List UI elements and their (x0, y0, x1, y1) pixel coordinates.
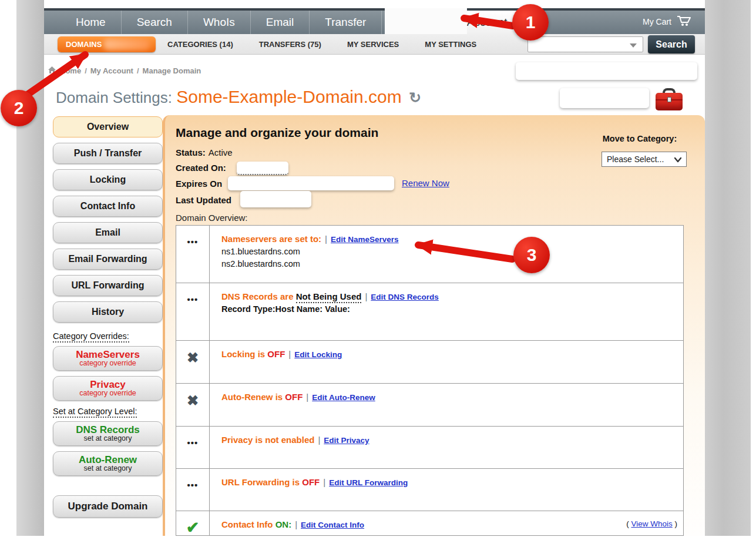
sidebar-item-locking[interactable]: Locking (53, 169, 163, 190)
chevron-down-icon (630, 43, 637, 48)
tab-email[interactable]: Email (250, 11, 310, 34)
status-value: Active (209, 147, 233, 157)
row-status-cell: ••• (176, 226, 210, 283)
breadcrumb-home[interactable]: Home (60, 66, 81, 75)
overview-label: Domain Overview: (176, 213, 248, 223)
move-to-category-select[interactable]: Please Select... (602, 152, 687, 167)
nameserver-value: ns1.bluestardns.com (221, 247, 676, 256)
edit-contact-info-link[interactable]: Edit Contact Info (301, 521, 364, 529)
sidebar-item-overview[interactable]: Overview (53, 116, 163, 137)
edit-auto-renew-link[interactable]: Edit Auto-Renew (312, 393, 375, 402)
sidebar-override-nameservers[interactable]: NameServerscategory override (53, 346, 163, 371)
row-status-cell: ✖ (176, 341, 210, 383)
sidebar: OverviewPush / TransferLockingContact In… (53, 116, 163, 523)
my-cart-button[interactable]: My Cart (643, 15, 692, 28)
sidebar-category-auto-renew[interactable]: Auto-Renewset at category (53, 451, 163, 476)
domains-label: DOMAINS (66, 40, 102, 49)
subnav-item-my-services[interactable]: MY SERVICES (347, 40, 399, 49)
separator: | (365, 291, 367, 301)
sidebar-item-email-forwarding[interactable]: Email Forwarding (53, 249, 163, 270)
dots-icon: ••• (187, 438, 199, 468)
sidebar-item-push-transfer[interactable]: Push / Transfer (53, 143, 163, 164)
row-title: URL Forwarding is OFF|Edit URL Forwardin… (221, 477, 676, 487)
row-title-segment: Locking is (221, 349, 267, 359)
breadcrumb: Home/My Account/Manage Domain (48, 66, 201, 76)
row-status-cell: ••• (176, 427, 210, 468)
my-cart-label: My Cart (643, 17, 671, 26)
toolbox-icon[interactable] (656, 88, 683, 110)
category-subtitle: set at category (84, 435, 132, 442)
status-label: Status: (176, 147, 206, 157)
override-subtitle: category override (79, 390, 136, 397)
tab-transfer[interactable]: Transfer (309, 11, 381, 34)
domain-search-select[interactable] (527, 36, 643, 52)
row-title-segment: Not Being Used (296, 291, 362, 303)
refresh-icon[interactable]: ↻ (409, 89, 421, 106)
subnav-item-transfers-75-[interactable]: TRANSFERS (75) (259, 40, 321, 49)
sidebar-item-history[interactable]: History (53, 301, 163, 323)
row-content-cell: Nameservers are set to:|Edit NameServers… (210, 226, 683, 283)
edit-privacy-link[interactable]: Edit Privacy (324, 436, 369, 445)
separator: | (325, 234, 327, 244)
row-content-cell: Privacy is not enabled|Edit Privacy (210, 427, 683, 468)
row-title-segment: URL Forwarding is (221, 477, 302, 487)
category-overrides-label: Category Overrides: (53, 331, 129, 343)
expires-label: Expires On (176, 179, 222, 189)
chevron-down-icon (674, 157, 682, 163)
title-prefix: Domain Settings: (56, 89, 176, 106)
category-subtitle: set at category (84, 465, 132, 472)
breadcrumb-separator: / (85, 66, 87, 75)
row-content-cell: Locking is OFF|Edit Locking (210, 341, 683, 383)
redacted-created-date (237, 162, 288, 175)
created-line: Created On: (176, 163, 226, 173)
subnav-item-domains[interactable]: DOMAINS (58, 36, 156, 52)
expires-line: Expires On (176, 179, 222, 189)
search-button[interactable]: Search (648, 35, 695, 53)
tab-home[interactable]: Home (61, 11, 121, 34)
dots-icon: ••• (187, 480, 199, 511)
breadcrumb-separator: / (137, 66, 139, 75)
edit-url-forwarding-link[interactable]: Edit URL Forwarding (329, 478, 408, 487)
breadcrumb-my-account[interactable]: My Account (90, 66, 133, 75)
subnav-item-categories-14-[interactable]: CATEGORIES (14) (167, 40, 233, 49)
row-title: Nameservers are set to:|Edit NameServers (221, 234, 676, 244)
row-status-cell: ✔ (176, 511, 210, 536)
domain-overview-table: •••Nameservers are set to:|Edit NameServ… (176, 225, 684, 536)
tab-search[interactable]: Search (121, 11, 187, 34)
sidebar-override-privacy[interactable]: Privacycategory override (53, 376, 163, 401)
table-row: •••URL Forwarding is OFF|Edit URL Forwar… (176, 468, 683, 511)
table-row: ✔Contact Info ON:|Edit Contact Info( Vie… (176, 511, 683, 536)
category-title: DNS Records (76, 425, 140, 435)
sidebar-category-dns-records[interactable]: DNS Recordsset at category (53, 421, 163, 446)
separator: | (295, 519, 297, 529)
sidebar-item-contact-info[interactable]: Contact Info (53, 196, 163, 217)
dots-icon: ••• (187, 294, 199, 340)
sidebar-upgrade-domain-button[interactable]: Upgrade Domain (53, 495, 163, 518)
separator: | (318, 435, 320, 445)
renew-now-link[interactable]: Renew Now (402, 178, 449, 188)
tab-whois[interactable]: WhoIs (187, 11, 250, 34)
edit-nameservers-link[interactable]: Edit NameServers (331, 235, 399, 244)
table-row: ✖Locking is OFF|Edit Locking (176, 340, 683, 383)
window-left-margin (16, 0, 44, 536)
breadcrumb-manage-domain[interactable]: Manage Domain (143, 66, 201, 75)
status-line: Status:Active (176, 147, 233, 157)
sidebar-item-url-forwarding[interactable]: URL Forwarding (53, 275, 163, 296)
row-title: Locking is OFF|Edit Locking (221, 349, 676, 359)
view-whois-link[interactable]: View Whois (631, 519, 672, 528)
move-to-category-value: Please Select... (607, 155, 664, 164)
sidebar-item-email[interactable]: Email (53, 222, 163, 243)
row-status-cell: ••• (176, 283, 210, 340)
row-title-segment: Auto-Renew is (221, 392, 285, 402)
row-title-segment: OFF (285, 392, 303, 402)
edit-dns-records-link[interactable]: Edit DNS Records (371, 293, 439, 301)
annotation-badge-1: 1 (512, 4, 549, 41)
separator: | (306, 392, 308, 402)
edit-locking-link[interactable]: Edit Locking (294, 350, 342, 359)
subnav-item-my-settings[interactable]: MY SETTINGS (425, 40, 476, 49)
primary-nav: HomeSearchWhoIsEmailTransferSSLMy Accoun… (44, 8, 705, 34)
override-title: NameServers (76, 350, 140, 360)
category-title: Auto-Renew (79, 455, 137, 465)
row-right-link: ( View Whois ) (626, 519, 677, 528)
panel-heading: Manage and organize your domain (176, 126, 378, 140)
